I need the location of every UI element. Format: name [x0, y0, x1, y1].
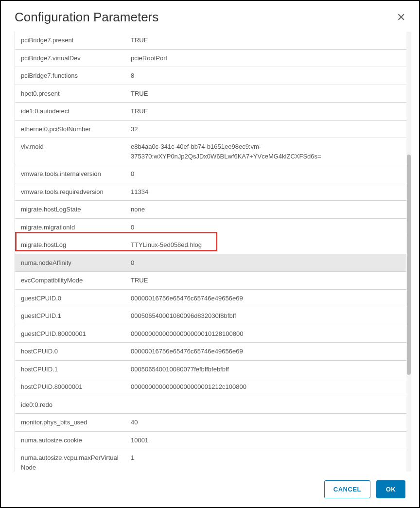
ok-button[interactable]: OK [376, 480, 405, 498]
param-value: TRUE [125, 272, 406, 290]
param-key: evcCompatibilityMode [15, 272, 125, 290]
param-value: 32 [125, 120, 406, 138]
param-key: ide0:0.redo [15, 396, 125, 414]
param-key: hostCPUID.80000001 [15, 378, 125, 396]
param-key: migrate.hostLogState [15, 201, 125, 219]
table-row[interactable]: monitor.phys_bits_used40 [15, 414, 406, 432]
table-row[interactable]: guestCPUID.80000001000000000000000000000… [15, 325, 406, 343]
param-value: 11334 [125, 183, 406, 201]
param-value: TRUE [125, 32, 406, 49]
scrollbar-thumb[interactable] [407, 155, 411, 375]
param-key: ide1:0.autodetect [15, 103, 125, 121]
table-row[interactable]: numa.autosize.vcpu.maxPerVirtualNode1 [15, 449, 406, 472]
param-value: e8b4aa0c-341c-40ef-bb74-b1651ee98ec9:vm-… [125, 138, 406, 165]
table-row[interactable]: pciBridge7.functions8 [15, 67, 406, 85]
param-key: numa.autosize.cookie [15, 431, 125, 449]
param-value: 00000000000000000000001212c100800 [125, 378, 406, 396]
dialog-header: Configuration Parameters ✕ [1, 1, 419, 32]
param-value: 00000016756e65476c65746e49656e69 [125, 343, 406, 361]
param-key: viv.moid [15, 138, 125, 165]
param-key: pciBridge7.virtualDev [15, 49, 125, 67]
param-value: TRUE [125, 85, 406, 103]
param-key: vmware.tools.requiredversion [15, 183, 125, 201]
param-value: pcieRootPort [125, 49, 406, 67]
table-row[interactable]: migrate.hostLogStatenone [15, 201, 406, 219]
param-key: pciBridge7.present [15, 32, 125, 49]
param-value: TTYLinux-5ed058ed.hlog [125, 236, 406, 254]
param-key: guestCPUID.0 [15, 289, 125, 307]
table-row[interactable]: vmware.tools.internalversion0 [15, 165, 406, 183]
param-key: hostCPUID.1 [15, 360, 125, 378]
dialog-body: pciBridge7.presentTRUEpciBridge7.virtual… [1, 32, 419, 472]
param-key: numa.autosize.vcpu.maxPerVirtualNode [15, 449, 125, 472]
table-row[interactable]: hostCPUID.800000010000000000000000000000… [15, 378, 406, 396]
table-row[interactable]: evcCompatibilityModeTRUE [15, 272, 406, 290]
param-value: 000506540010080077fefbffbfebfbff [125, 360, 406, 378]
param-value: 0 [125, 254, 406, 272]
table-row[interactable]: hpet0.presentTRUE [15, 85, 406, 103]
param-key: migrate.hostLog [15, 236, 125, 254]
table-row[interactable]: migrate.migrationId0 [15, 218, 406, 236]
param-value [125, 396, 406, 414]
param-value: 40 [125, 414, 406, 432]
param-value: TRUE [125, 103, 406, 121]
table-row[interactable]: ide1:0.autodetectTRUE [15, 103, 406, 121]
table-row[interactable]: hostCPUID.000000016756e65476c65746e49656… [15, 343, 406, 361]
table-row[interactable]: ide0:0.redo [15, 396, 406, 414]
param-value: 0 [125, 218, 406, 236]
table-row[interactable]: numa.nodeAffinity0 [15, 254, 406, 272]
config-params-dialog: Configuration Parameters ✕ pciBridge7.pr… [0, 0, 420, 508]
scrollbar-track[interactable] [406, 32, 411, 472]
param-value: 000506540001080096d832030f8bfbff [125, 307, 406, 325]
dialog-title: Configuration Parameters [15, 10, 158, 25]
param-value: 10001 [125, 431, 406, 449]
param-value: 00000016756e65476c65746e49656e69 [125, 289, 406, 307]
params-table-wrap: pciBridge7.presentTRUEpciBridge7.virtual… [15, 32, 406, 472]
param-key: pciBridge7.functions [15, 67, 125, 85]
table-row[interactable]: migrate.hostLogTTYLinux-5ed058ed.hlog [15, 236, 406, 254]
table-row[interactable]: guestCPUID.000000016756e65476c65746e4965… [15, 289, 406, 307]
dialog-footer: CANCEL OK [1, 472, 419, 507]
cancel-button[interactable]: CANCEL [324, 480, 370, 498]
param-key: guestCPUID.1 [15, 307, 125, 325]
param-key: hostCPUID.0 [15, 343, 125, 361]
table-row[interactable]: ethernet0.pciSlotNumber32 [15, 120, 406, 138]
table-row[interactable]: numa.autosize.cookie10001 [15, 431, 406, 449]
param-key: migrate.migrationId [15, 218, 125, 236]
table-row[interactable]: vmware.tools.requiredversion11334 [15, 183, 406, 201]
table-row[interactable]: pciBridge7.presentTRUE [15, 32, 406, 49]
param-value: 1 [125, 449, 406, 472]
table-row[interactable]: viv.moide8b4aa0c-341c-40ef-bb74-b1651ee9… [15, 138, 406, 165]
param-key: numa.nodeAffinity [15, 254, 125, 272]
param-key: guestCPUID.80000001 [15, 325, 125, 343]
table-row[interactable]: guestCPUID.1000506540001080096d832030f8b… [15, 307, 406, 325]
params-table: pciBridge7.presentTRUEpciBridge7.virtual… [15, 32, 406, 472]
param-key: vmware.tools.internalversion [15, 165, 125, 183]
param-key: monitor.phys_bits_used [15, 414, 125, 432]
param-key: ethernet0.pciSlotNumber [15, 120, 125, 138]
table-row[interactable]: pciBridge7.virtualDevpcieRootPort [15, 49, 406, 67]
param-value: 8 [125, 67, 406, 85]
param-value: 0 [125, 165, 406, 183]
param-value: 00000000000000000000010128100800 [125, 325, 406, 343]
param-value: none [125, 201, 406, 219]
close-icon[interactable]: ✕ [397, 12, 405, 23]
param-key: hpet0.present [15, 85, 125, 103]
table-row[interactable]: hostCPUID.1000506540010080077fefbffbfebf… [15, 360, 406, 378]
